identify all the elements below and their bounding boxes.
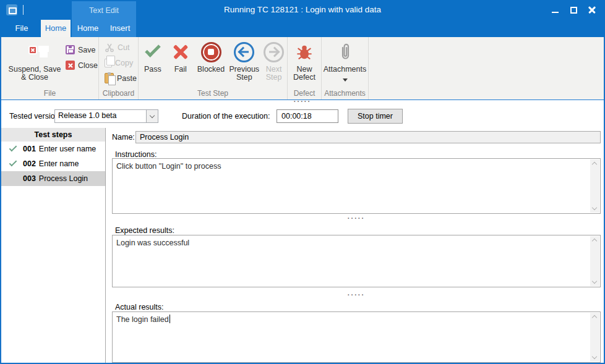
test-steps-panel: Test steps 001 Enter user name 002 Enter… [1,128,106,363]
defect-group-label: Defect [288,89,321,98]
instructions-scrollbar[interactable] [590,159,599,213]
instructions-text: Click button "Login" to process [116,161,586,171]
tab-home-selected[interactable]: Home [41,20,71,37]
minimize-icon [552,12,559,13]
tab-file[interactable]: File [7,20,36,37]
cut-button[interactable]: Cut [99,40,138,55]
contextual-tabs: Home Insert [72,20,136,37]
close-step-button[interactable]: Close [66,57,98,73]
minimize-button[interactable] [546,0,564,20]
instructions-splitter-handle[interactable] [112,216,601,221]
expected-results-text: Login was successful [116,238,586,248]
copy-icon [105,59,112,67]
pass-label: Pass [144,66,161,74]
actual-results-label: Actual results: [115,303,164,311]
ribbon-group-attachments: Attachments Attachments [322,37,369,99]
ribbon: Suspend, Save & Close Save Close File Cu… [1,37,604,100]
tab-texteditor-insert[interactable]: Insert [104,20,136,37]
attachments-dropdown-icon[interactable] [343,78,348,82]
window-controls [546,0,601,20]
fail-x-icon [172,43,189,61]
tested-version-combobox[interactable]: Release 1.0 beta [54,109,158,123]
step-label: Enter user name [39,145,96,153]
content-area: Tested version: Release 1.0 beta Duratio… [1,100,604,363]
scroll-up-icon[interactable] [592,315,597,320]
blocked-label: Blocked [197,66,225,74]
new-defect-button[interactable]: New Defect [288,40,321,82]
cut-scissors-icon [105,43,114,53]
save-button[interactable]: Save [66,42,98,57]
step-number: 002 [23,159,36,168]
tested-version-label: Tested version: [9,112,61,121]
stop-timer-button[interactable]: Stop timer [348,109,403,124]
bug-icon [296,43,313,61]
previous-step-arrow-icon [234,42,254,62]
contextual-group-title: Text Edit [72,1,136,20]
instructions-textbox[interactable]: Click button "Login" to process [112,158,601,214]
expected-splitter-handle[interactable] [112,292,601,297]
copy-button[interactable]: Copy [99,55,138,70]
test-step-row-1[interactable]: 001 Enter user name [1,142,105,156]
test-step-group-label: Test Step [139,89,287,98]
close-button[interactable] [583,0,601,20]
tab-texteditor-home[interactable]: Home [72,20,104,37]
step-number: 003 [23,174,36,183]
step-label: Process Login [39,174,88,183]
scroll-down-icon[interactable] [592,279,597,284]
test-runner-window: Running TC 128121 : Login with valid dat… [0,0,605,364]
tested-version-value: Release 1.0 beta [55,110,146,122]
maximize-icon [570,7,577,14]
duration-label: Duration of the execution: [182,112,270,121]
scroll-down-icon[interactable] [592,205,597,210]
actual-results-text: The login failed [116,315,586,324]
actual-results-scrollbar[interactable] [590,313,599,362]
name-label: Name: [112,133,135,142]
paste-icon [105,73,114,83]
contextual-tab-group: Text Edit Home Insert [72,1,136,37]
test-step-row-2[interactable]: 002 Enter name [1,156,105,171]
paste-button[interactable]: Paste [99,70,138,86]
tested-version-dropdown-button[interactable] [146,110,158,122]
suspend-save-close-label: Suspend, Save & Close [6,66,63,82]
actual-results-textbox[interactable]: The login failed [112,311,601,363]
scroll-down-icon[interactable] [592,354,597,359]
step-number: 001 [23,145,36,153]
test-steps-header: Test steps [1,128,105,142]
file-group-label: File [1,89,98,98]
ribbon-group-clipboard: Cut Copy Paste Clipboard [99,37,139,99]
expected-results-scrollbar[interactable] [590,236,599,286]
duration-field[interactable]: 00:00:18 [277,109,338,123]
next-step-label: Next Step [260,66,287,82]
maximize-button[interactable] [564,0,583,20]
previous-step-label: Previous Step [228,66,260,82]
paperclip-icon [339,42,351,62]
ribbon-splitter-handle[interactable] [1,99,604,104]
paste-label: Paste [117,74,137,83]
copy-label: Copy [115,59,133,67]
attachments-label: Attachments [324,66,366,74]
step-check-placeholder [9,174,17,182]
chevron-down-icon [150,112,155,117]
save-icon [66,45,75,54]
scroll-up-icon[interactable] [592,239,597,243]
ribbon-group-defect: New Defect Defect [288,37,322,99]
cut-label: Cut [118,43,129,52]
close-step-icon [66,61,75,70]
attachments-button[interactable]: Attachments [322,40,368,82]
step-label: Enter name [39,159,79,168]
scroll-up-icon[interactable] [592,162,597,167]
step-passed-check-icon [9,159,17,167]
ribbon-group-file: Suspend, Save & Close Save Close File [1,37,99,99]
instructions-label: Instructions: [115,150,157,159]
blocked-stop-icon [201,42,221,62]
text-caret [169,315,171,323]
clipboard-group-label: Clipboard [99,89,138,98]
expected-results-textbox[interactable]: Login was successful [112,235,601,287]
expected-results-label: Expected results: [115,226,174,235]
ribbon-group-test-step: Pass Fail Blocked Previous Step Next Ste… [139,37,288,99]
step-name-field[interactable]: Process Login [135,131,601,143]
close-icon [588,6,596,14]
test-step-row-3-selected[interactable]: 003 Process Login [1,171,105,186]
pass-check-icon [145,41,160,57]
close-step-label: Close [78,61,98,70]
